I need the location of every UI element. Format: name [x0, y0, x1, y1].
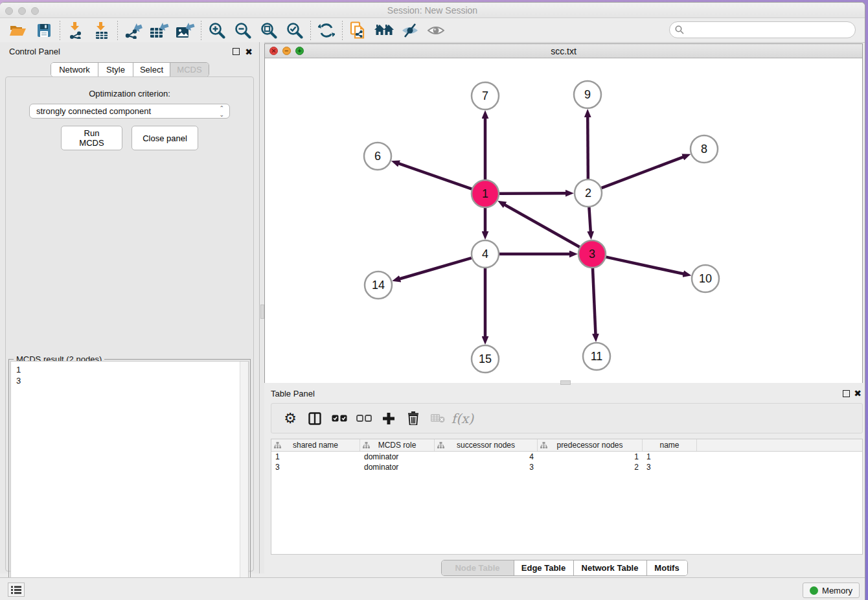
column-header-MCDS-role[interactable]: MCDS role: [360, 439, 435, 451]
show-eye-icon: [428, 24, 444, 37]
zoom-selected-button[interactable]: [282, 20, 308, 41]
search-input[interactable]: [669, 21, 856, 38]
tab-edge-table[interactable]: Edge Table: [514, 560, 574, 575]
close-panel-icon[interactable]: ✖: [245, 47, 253, 57]
graph-node-label-15: 15: [479, 352, 492, 365]
table-cell[interactable]: 3: [271, 462, 360, 472]
memory-status-icon: [810, 586, 818, 595]
fit-content-button[interactable]: [256, 20, 282, 41]
tab-style[interactable]: Style: [98, 63, 133, 76]
apply-layout-button[interactable]: [314, 20, 339, 41]
search-icon: [675, 25, 684, 34]
select-all-columns-button[interactable]: [327, 407, 352, 430]
task-history-button[interactable]: [8, 583, 25, 597]
table-cell[interactable]: 1: [538, 452, 643, 462]
column-header-shared-name[interactable]: shared name: [271, 439, 360, 451]
zoom-out-button[interactable]: [230, 20, 256, 41]
import-table-button[interactable]: [89, 20, 115, 41]
search-container: [669, 21, 856, 38]
split-columns-icon: [308, 412, 321, 425]
table-row[interactable]: 1dominator411: [271, 452, 862, 462]
table-settings-button[interactable]: ⚙: [278, 407, 303, 430]
open-file-button[interactable]: [5, 20, 31, 41]
column-type-icon: [540, 442, 547, 449]
network-window: ✕ − + scc.txt 1234678910111415: [264, 43, 863, 383]
mcds-result-text: 1 3: [11, 362, 248, 386]
table-cell[interactable]: 3: [435, 462, 538, 472]
close-panel-button[interactable]: Close panel: [131, 126, 198, 150]
fit-content-icon: [260, 22, 277, 39]
memory-label: Memory: [822, 586, 852, 595]
edge-3-11[interactable]: [593, 268, 596, 334]
table-cell[interactable]: 4: [435, 452, 538, 462]
table-cell[interactable]: dominator: [360, 452, 435, 462]
float-panel-icon[interactable]: [233, 48, 240, 55]
zoom-selected-icon: [286, 22, 303, 39]
run-mcds-button[interactable]: Run MCDS: [61, 126, 122, 150]
export-image-button[interactable]: [172, 20, 198, 41]
deselect-all-columns-button[interactable]: [352, 407, 376, 430]
column-type-icon: [437, 442, 444, 449]
column-header-name[interactable]: name: [643, 439, 697, 451]
result-scrollbar[interactable]: [240, 362, 248, 593]
edge-1-2[interactable]: [499, 193, 566, 194]
tab-network[interactable]: Network: [51, 63, 98, 76]
delete-column-button[interactable]: [401, 407, 426, 430]
float-table-panel-icon[interactable]: [843, 390, 850, 397]
tab-select[interactable]: Select: [133, 63, 170, 76]
memory-button[interactable]: Memory: [803, 583, 860, 598]
split-columns-button[interactable]: [303, 407, 327, 430]
table-cell[interactable]: 2: [538, 462, 643, 472]
network-window-titlebar[interactable]: ✕ − + scc.txt: [265, 44, 862, 58]
houses-icon: [374, 23, 394, 38]
delete-table-button[interactable]: [426, 407, 450, 430]
edge-3-10[interactable]: [606, 257, 683, 274]
apply-function-button[interactable]: f(x): [450, 407, 475, 430]
vertical-splitter[interactable]: [259, 42, 264, 573]
import-network-button[interactable]: [63, 20, 89, 41]
export-network-button[interactable]: [120, 20, 146, 41]
table-cell[interactable]: 1: [643, 452, 697, 462]
column-header-successor-nodes[interactable]: successor nodes: [435, 439, 538, 451]
import-network-icon: [67, 22, 84, 39]
column-type-icon: [274, 442, 281, 449]
tab-network-table[interactable]: Network Table: [574, 560, 647, 575]
tab-node-table[interactable]: Node Table: [442, 560, 514, 575]
show-eye-button[interactable]: [423, 20, 449, 41]
gear-icon: ⚙: [284, 410, 297, 426]
edge-2-8[interactable]: [602, 157, 684, 188]
export-table-button[interactable]: [146, 20, 172, 41]
edge-4-14[interactable]: [400, 258, 472, 279]
toolbar-separator: [342, 21, 343, 40]
hide-eye-button[interactable]: [397, 20, 423, 41]
table-cell[interactable]: 1: [271, 452, 360, 462]
tab-mcds[interactable]: MCDS: [170, 63, 209, 76]
houses-button[interactable]: [371, 20, 397, 41]
tab-motifs[interactable]: Motifs: [647, 560, 687, 575]
zoom-in-button[interactable]: [204, 20, 230, 41]
save-session-button[interactable]: [31, 20, 57, 41]
close-table-panel-icon[interactable]: ✖: [854, 388, 862, 398]
edge-3-1[interactable]: [505, 205, 580, 248]
column-header-predecessor-nodes[interactable]: predecessor nodes: [538, 439, 643, 451]
table-cell[interactable]: 3: [643, 462, 697, 472]
status-bar: Memory: [0, 577, 865, 600]
node-table[interactable]: shared nameMCDS rolesuccessor nodesprede…: [271, 439, 863, 555]
edge-2-3[interactable]: [589, 207, 590, 232]
optimization-criterion-label: Optimization criterion:: [6, 89, 253, 98]
add-column-button[interactable]: [376, 407, 401, 430]
mcds-result-textarea[interactable]: 1 3: [10, 361, 249, 594]
edge-2-9[interactable]: [588, 117, 588, 179]
table-cell[interactable]: dominator: [360, 462, 435, 472]
network-canvas[interactable]: 1234678910111415: [265, 58, 862, 383]
delete-table-icon: [431, 414, 445, 423]
clone-network-button[interactable]: [345, 20, 371, 41]
table-header-row: shared nameMCDS rolesuccessor nodesprede…: [271, 439, 862, 452]
criterion-dropdown[interactable]: strongly connected component ⌃⌄: [29, 104, 230, 119]
graph-node-label-10: 10: [699, 272, 712, 285]
zoom-in-icon: [209, 22, 225, 39]
horizontal-splitter-handle[interactable]: [560, 380, 571, 385]
column-type-icon: [363, 442, 370, 449]
edge-1-6[interactable]: [398, 163, 472, 189]
table-row[interactable]: 3dominator323: [271, 462, 862, 472]
